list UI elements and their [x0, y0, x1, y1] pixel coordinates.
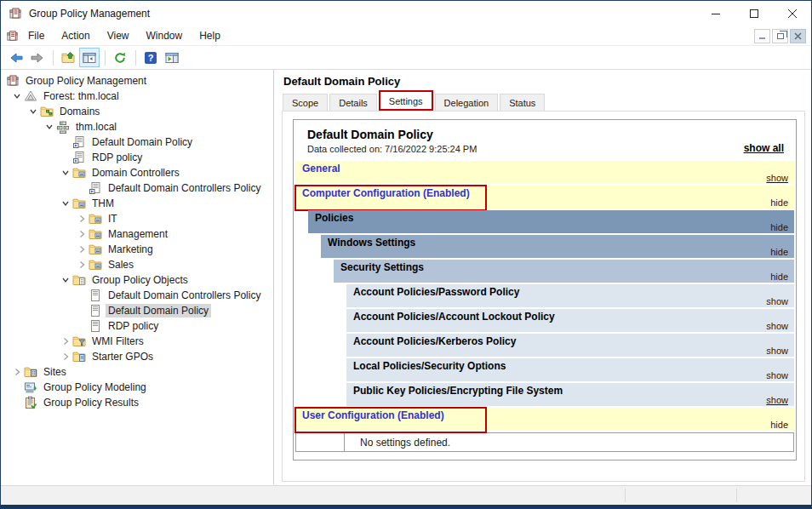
- chevron-right-icon[interactable]: [74, 227, 89, 241]
- refresh-button[interactable]: [110, 48, 130, 67]
- tree-item-starter-gpos[interactable]: Starter GPOs: [1, 349, 273, 364]
- tab-details[interactable]: Details: [329, 94, 377, 111]
- mdi-restore-button[interactable]: [772, 29, 788, 43]
- menu-action[interactable]: Action: [54, 27, 97, 44]
- tab-status[interactable]: Status: [500, 94, 545, 111]
- tab-delegation[interactable]: Delegation: [435, 94, 499, 111]
- report-section-public-key-policies-encrypting-file-system: Public Key Policies/Encrypting File Syst…: [346, 383, 794, 406]
- chevron-right-icon[interactable]: [74, 243, 89, 256]
- back-button[interactable]: [6, 48, 26, 67]
- tree-item-group-policy-management[interactable]: Group Policy Management: [1, 73, 273, 89]
- tree-item-label: THM: [89, 197, 117, 210]
- show-link[interactable]: show: [766, 296, 788, 306]
- tab-strip: ScopeDetailsSettingsDelegationStatus: [283, 92, 546, 111]
- report-sections: GeneralshowComputer Configuration (Enabl…: [295, 161, 794, 431]
- ou-folder-icon: [89, 243, 102, 256]
- menu-view[interactable]: View: [100, 27, 137, 44]
- tree-item-group-policy-objects[interactable]: Group Policy Objects: [1, 272, 273, 288]
- chevron-right-icon[interactable]: [9, 365, 24, 379]
- tree-item-group-policy-results[interactable]: Group Policy Results: [1, 395, 273, 410]
- tree-item-thm[interactable]: THM: [1, 196, 273, 211]
- chevron-right-icon[interactable]: [74, 212, 89, 226]
- tree-item-thm-local[interactable]: thm.local: [1, 119, 273, 134]
- show-link[interactable]: show: [766, 395, 788, 405]
- chevron-placeholder: [58, 151, 72, 164]
- tree-item-default-domain-controllers-policy[interactable]: Default Domain Controllers Policy: [1, 180, 273, 196]
- tree-item-marketing[interactable]: Marketing: [1, 242, 273, 257]
- maximize-button[interactable]: [735, 1, 773, 26]
- show-link[interactable]: show: [766, 346, 788, 356]
- tree-item-rdp-policy[interactable]: RDP policy: [1, 150, 273, 165]
- gpmc-console-icon: [6, 74, 20, 88]
- menu-window[interactable]: Window: [139, 27, 191, 44]
- tree-item-default-domain-policy[interactable]: Default Domain Policy: [1, 303, 273, 318]
- report-section-security-settings: Security Settingshide: [334, 260, 794, 283]
- hide-link[interactable]: hide: [770, 222, 788, 232]
- chevron-down-icon[interactable]: [58, 273, 72, 287]
- tree-item-sales[interactable]: Sales: [1, 257, 273, 272]
- section-title: Public Key Policies/Encrypting File Syst…: [353, 385, 563, 397]
- hide-link[interactable]: hide: [770, 420, 788, 430]
- tree-item-label: Group Policy Objects: [89, 273, 191, 287]
- tree-item-management[interactable]: Management: [1, 226, 273, 242]
- mdi-close-button[interactable]: [790, 29, 806, 43]
- tree-item-label: Sites: [41, 365, 69, 379]
- gpo-link-icon: [89, 181, 102, 195]
- show-link[interactable]: show: [766, 173, 788, 183]
- console-tree-pane[interactable]: Group Policy ManagementForest: thm.local…: [1, 70, 274, 484]
- report-section-account-policies-kerberos-policy: Account Policies/Kerberos Policyshow: [346, 334, 794, 357]
- tree-item-label: Group Policy Results: [41, 396, 141, 409]
- tree-item-forest-thm-local[interactable]: Forest: thm.local: [1, 89, 273, 104]
- hide-link[interactable]: hide: [770, 247, 788, 257]
- show-link[interactable]: show: [766, 321, 788, 331]
- tree-item-domains[interactable]: Domains: [1, 104, 273, 119]
- gpmc-window: Group Policy Management FileActionViewWi…: [0, 0, 812, 509]
- tree-item-it[interactable]: IT: [1, 211, 273, 226]
- minimize-button[interactable]: [696, 1, 735, 26]
- chevron-down-icon[interactable]: [42, 120, 56, 134]
- tree-item-sites[interactable]: Sites: [1, 364, 273, 380]
- tree-item-rdp-policy[interactable]: RDP policy: [1, 318, 273, 334]
- tree-item-wmi-filters[interactable]: WMI Filters: [1, 334, 273, 349]
- forward-button[interactable]: [27, 48, 48, 67]
- section-title: Security Settings: [340, 261, 424, 273]
- section-title: General: [302, 163, 340, 174]
- folder-up-icon: [61, 51, 75, 65]
- tree-item-default-domain-controllers-policy[interactable]: Default Domain Controllers Policy: [1, 288, 273, 303]
- tree-item-label: Sales: [106, 258, 136, 272]
- toolbar: ?: [1, 46, 811, 70]
- tree-item-label: Domain Controllers: [89, 166, 182, 180]
- show-action-pane-button[interactable]: [162, 48, 182, 67]
- chevron-right-icon[interactable]: [58, 350, 72, 363]
- gpmc-app-icon: [9, 7, 22, 20]
- show-console-tree-button[interactable]: [79, 48, 100, 67]
- tree-item-domain-controllers[interactable]: Domain Controllers: [1, 165, 273, 180]
- tree-item-label: Group Policy Management: [23, 74, 149, 88]
- chevron-down-icon[interactable]: [26, 105, 40, 118]
- close-button[interactable]: [773, 1, 811, 26]
- menu-help[interactable]: Help: [192, 27, 228, 44]
- sites-icon: [24, 365, 37, 379]
- tree-item-default-domain-policy[interactable]: Default Domain Policy: [1, 134, 273, 150]
- chevron-down-icon[interactable]: [9, 89, 24, 103]
- show-link[interactable]: show: [766, 370, 788, 380]
- mdi-minimize-button[interactable]: [754, 29, 770, 43]
- tree-item-label: RDP policy: [106, 319, 161, 333]
- chevron-right-icon[interactable]: [58, 335, 72, 348]
- hide-link[interactable]: hide: [770, 272, 788, 282]
- window-title: Group Policy Management: [29, 8, 150, 20]
- chevron-right-icon[interactable]: [74, 258, 89, 272]
- help-button[interactable]: ?: [140, 48, 161, 67]
- menu-file[interactable]: File: [20, 27, 52, 44]
- chevron-down-icon[interactable]: [58, 166, 72, 180]
- show-all-link[interactable]: show all: [744, 142, 784, 154]
- chevron-down-icon[interactable]: [58, 197, 72, 210]
- hide-link[interactable]: hide: [770, 197, 788, 208]
- up-one-level-button[interactable]: [58, 48, 78, 67]
- tree-item-group-policy-modeling[interactable]: Group Policy Modeling: [1, 380, 273, 395]
- section-title: Account Policies/Password Policy: [353, 286, 519, 298]
- mdi-window-controls: [754, 29, 806, 43]
- tab-settings[interactable]: Settings: [379, 90, 433, 111]
- gpo-folder-icon: [72, 273, 86, 287]
- tab-scope[interactable]: Scope: [283, 94, 328, 111]
